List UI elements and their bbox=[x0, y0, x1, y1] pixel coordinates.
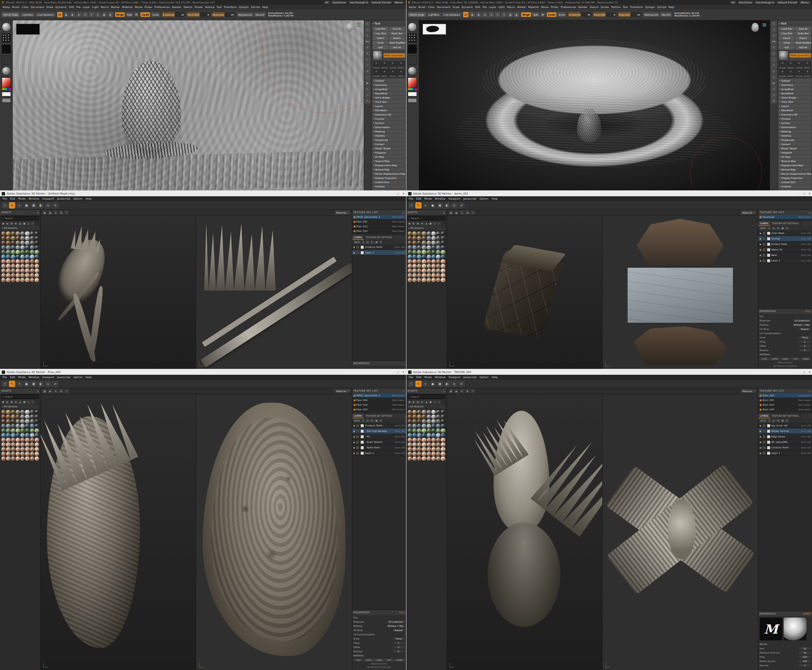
close-button[interactable]: ✕ bbox=[808, 371, 810, 373]
material-swatch[interactable] bbox=[1, 236, 5, 240]
tool-thumbnail[interactable]: PM3D_Cyl bbox=[397, 61, 405, 69]
view-option-icon[interactable]: T bbox=[771, 63, 777, 68]
material-swatch[interactable] bbox=[436, 231, 440, 236]
material-swatch[interactable] bbox=[431, 456, 436, 461]
menu-item[interactable]: Render bbox=[172, 5, 181, 8]
material-swatch[interactable] bbox=[417, 269, 421, 273]
menu-item[interactable]: Movie bbox=[541, 5, 549, 8]
texture-set-item[interactable]: Pose_010Main shader bbox=[352, 403, 406, 407]
property-row[interactable]: BRUSH bbox=[760, 642, 811, 646]
palette-section[interactable]: ▸Polypaint bbox=[373, 151, 405, 154]
material-swatch[interactable] bbox=[417, 250, 421, 254]
palette-section[interactable]: ▸Surface bbox=[373, 121, 405, 125]
material-swatch[interactable] bbox=[422, 447, 426, 451]
material-swatch[interactable] bbox=[441, 428, 445, 433]
minimize-button[interactable]: – bbox=[798, 192, 800, 195]
material-swatch[interactable] bbox=[417, 264, 421, 268]
material-swatch[interactable] bbox=[30, 269, 34, 273]
material-swatch[interactable] bbox=[35, 278, 39, 282]
material-swatch[interactable] bbox=[427, 255, 431, 259]
channel-chip[interactable]: nrm bbox=[790, 357, 800, 360]
tool-icon[interactable]: □ bbox=[2, 202, 8, 209]
texture-set-item[interactable]: Pose_004Main shader bbox=[352, 398, 406, 403]
viewport-icon[interactable]: ↻ bbox=[460, 389, 464, 393]
sculpt-canvas[interactable] bbox=[13, 20, 364, 190]
shelf-slider[interactable]: Z Intensity25 bbox=[568, 12, 592, 17]
material-swatch[interactable] bbox=[16, 456, 20, 461]
menu-item[interactable]: Help bbox=[491, 197, 498, 200]
material-swatch[interactable] bbox=[408, 259, 412, 264]
minimize-button[interactable]: – bbox=[798, 371, 800, 373]
mask-thumbnail[interactable] bbox=[767, 446, 771, 450]
visibility-icon[interactable]: ● bbox=[760, 243, 761, 245]
tab-texture-set-settings[interactable]: TEXTURE SET SETTINGS bbox=[364, 235, 394, 240]
current-tool[interactable]: PM3D_Sphere3D2_4 bbox=[779, 50, 811, 60]
material-swatch[interactable] bbox=[417, 231, 421, 236]
material-swatch[interactable] bbox=[6, 433, 10, 437]
menu-item[interactable]: Tool bbox=[217, 5, 222, 8]
mask-thumbnail[interactable] bbox=[360, 435, 364, 439]
material-swatch[interactable] bbox=[436, 438, 440, 442]
property-row[interactable]: Tiling1 bbox=[354, 641, 405, 645]
asset-filter-icon[interactable]: ○ bbox=[433, 222, 437, 225]
menu-item[interactable]: Dynamic bbox=[461, 5, 473, 8]
material-swatch[interactable] bbox=[408, 278, 412, 282]
material-swatch[interactable] bbox=[25, 438, 29, 442]
material-swatch[interactable] bbox=[422, 452, 426, 456]
material-swatch[interactable] bbox=[431, 250, 436, 254]
layer-thumbnail[interactable] bbox=[762, 440, 766, 444]
property-row[interactable]: ScaleTiling bbox=[354, 637, 405, 641]
material-swatch[interactable] bbox=[422, 278, 426, 282]
material-swatch[interactable] bbox=[6, 236, 10, 240]
tool-button[interactable]: Export bbox=[795, 36, 811, 40]
tool-icon[interactable]: ▦ bbox=[30, 381, 37, 387]
material-swatch[interactable] bbox=[11, 250, 15, 254]
layer-thumbnail[interactable] bbox=[762, 424, 766, 428]
layer-toolbar-icon[interactable]: ◫ bbox=[366, 241, 370, 244]
material-swatch[interactable] bbox=[35, 447, 39, 451]
property-row[interactable]: Spacing4 bbox=[760, 663, 811, 667]
view-option-icon[interactable]: L bbox=[365, 57, 370, 62]
tool-icon[interactable]: ◧ bbox=[444, 202, 450, 209]
material-swatch[interactable] bbox=[436, 278, 440, 282]
material-swatch[interactable] bbox=[20, 278, 25, 282]
material-swatch[interactable] bbox=[408, 428, 412, 433]
palette-section[interactable]: ▸Display Properties bbox=[779, 176, 811, 180]
menu-item[interactable]: Movie bbox=[134, 5, 142, 8]
material-swatch[interactable] bbox=[35, 269, 39, 273]
menu-item[interactable]: Dynamic bbox=[55, 5, 67, 8]
palette-header[interactable]: ▾ Tool bbox=[779, 21, 811, 26]
color-picker[interactable] bbox=[408, 77, 417, 88]
tool-icon[interactable]: ⊙ bbox=[45, 202, 51, 209]
tool-icon[interactable]: ↺ bbox=[52, 381, 58, 387]
viewport-icon[interactable]: ▦ bbox=[449, 389, 453, 393]
material-swatch[interactable] bbox=[427, 269, 431, 273]
palette-section[interactable]: ▸Normal Map bbox=[373, 168, 405, 171]
material-swatch[interactable] bbox=[431, 245, 436, 250]
material-swatch[interactable] bbox=[408, 255, 412, 259]
material-swatch[interactable] bbox=[11, 419, 15, 423]
material-swatch[interactable] bbox=[427, 438, 431, 442]
tool-icon[interactable]: ● bbox=[23, 381, 30, 387]
palette-section[interactable]: ▸Texture Map bbox=[779, 159, 811, 163]
menu-item[interactable]: Javascript bbox=[463, 376, 476, 379]
material-swatch[interactable] bbox=[441, 415, 445, 419]
material-swatch[interactable] bbox=[6, 231, 10, 236]
menu-item[interactable]: File bbox=[409, 197, 414, 200]
asset-filter-icon[interactable]: ▦ bbox=[10, 400, 14, 404]
search-input[interactable]: ⌕ Search bbox=[408, 216, 445, 220]
property-row[interactable]: ProjectionUV projection bbox=[760, 319, 811, 323]
visibility-icon[interactable]: ● bbox=[760, 260, 761, 262]
palette-section[interactable]: ▸Initialize bbox=[373, 184, 405, 188]
visibility-icon[interactable]: ● bbox=[354, 436, 355, 438]
tool-button[interactable]: Load Tool bbox=[779, 27, 795, 31]
asset-filter-icon[interactable]: ■ bbox=[22, 222, 26, 225]
material-swatch[interactable] bbox=[441, 438, 445, 442]
layer-thumbnail[interactable] bbox=[356, 440, 359, 444]
tool-icon[interactable]: ◧ bbox=[444, 381, 450, 387]
tool-button[interactable]: Clone bbox=[373, 41, 389, 45]
material-swatch[interactable] bbox=[16, 245, 20, 250]
material-swatch[interactable] bbox=[417, 424, 421, 428]
material-swatch[interactable] bbox=[436, 264, 440, 268]
material-swatch[interactable] bbox=[11, 278, 15, 282]
